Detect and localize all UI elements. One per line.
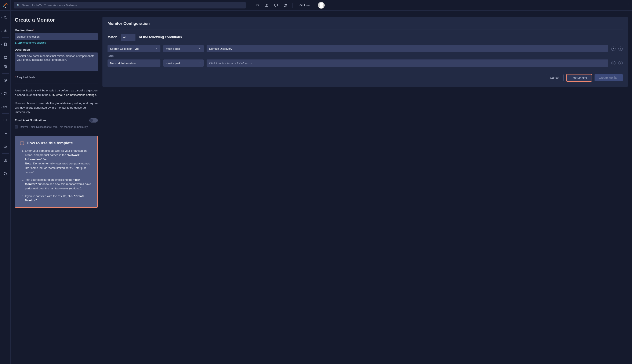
upload-icon[interactable]: [264, 2, 270, 8]
sidebar-item-scan[interactable]: ▸: [1, 14, 10, 22]
remove-condition-icon[interactable]: ✕: [611, 61, 616, 65]
description-input[interactable]: Monitor new domain names that mimic, men…: [15, 52, 98, 71]
config-title: Monitor Configuration: [108, 21, 623, 26]
topbar: 🔍 Gti User ⌄: [0, 0, 632, 10]
dtm-settings-link[interactable]: DTM email alert notifications settings: [49, 93, 96, 96]
sidebar-item-radar[interactable]: ▸: [1, 103, 10, 111]
help-step-1: Enter your domains, as well as your orga…: [25, 149, 93, 174]
condition-op-select[interactable]: must equal: [164, 45, 204, 52]
condition-op-select[interactable]: must equal: [164, 60, 204, 67]
sidebar-item-docs[interactable]: ▸: [1, 40, 10, 48]
template-help-box: ! How to use this template Enter your do…: [15, 136, 98, 208]
svg-rect-10: [4, 66, 6, 68]
condition-row: Network Information must equal ✕ ＋: [108, 60, 623, 67]
sidebar-item-lock[interactable]: [1, 76, 10, 84]
monitor-name-label: Monitor Name*: [15, 29, 98, 32]
svg-rect-15: [4, 119, 7, 121]
create-monitor-button[interactable]: Create Monitor: [594, 74, 623, 81]
test-monitor-highlight: Test Monitor: [566, 74, 592, 82]
chevron-down-icon: ⌄: [627, 2, 630, 5]
and-conjunction: AND: [108, 55, 623, 57]
condition-value-input-wrap: [206, 60, 608, 67]
help-icon[interactable]: [282, 2, 288, 8]
cancel-button[interactable]: Cancel: [546, 74, 564, 81]
test-monitor-button[interactable]: Test Monitor: [567, 75, 591, 81]
sidebar-item-library[interactable]: [1, 156, 10, 164]
condition-field-select[interactable]: Network Information: [108, 60, 160, 67]
email-alert-toggle-label: Email Alert Notifications: [15, 119, 46, 122]
deliver-immediately-checkbox[interactable]: [15, 126, 18, 128]
svg-point-0: [4, 4, 6, 6]
divider: [250, 3, 250, 8]
match-mode-select[interactable]: all: [121, 34, 136, 41]
description-label: Description: [15, 48, 98, 51]
sidebar-item-dashboard[interactable]: [1, 116, 10, 124]
chevron-down-icon: ⌄: [312, 4, 315, 7]
svg-point-9: [6, 58, 6, 59]
match-pre-label: Match: [108, 35, 117, 39]
app-logo[interactable]: [0, 0, 10, 10]
warning-icon: !: [20, 141, 24, 145]
sidebar-item-target[interactable]: [1, 63, 10, 71]
sidebar-item-support[interactable]: [1, 170, 10, 178]
svg-point-7: [6, 56, 6, 57]
required-fields-note: *Required fields: [15, 76, 98, 79]
svg-point-5: [5, 30, 6, 32]
page-title: Create a Monitor: [15, 17, 98, 23]
search-icon: 🔍: [16, 4, 20, 7]
svg-rect-19: [4, 174, 4, 175]
global-search-input[interactable]: [22, 4, 243, 7]
svg-rect-1: [274, 4, 278, 6]
svg-rect-20: [6, 174, 6, 175]
svg-point-3: [285, 6, 286, 6]
avatar: [318, 2, 325, 9]
divider: [15, 84, 98, 84]
svg-point-4: [4, 16, 6, 18]
sidebar-item-sync[interactable]: ▸: [1, 90, 10, 98]
email-alert-toggle[interactable]: [89, 118, 98, 122]
global-search[interactable]: 🔍: [14, 2, 246, 8]
svg-point-14: [5, 107, 6, 107]
help-title: How to use this template: [27, 141, 73, 146]
monitor-configuration-panel: Monitor Configuration Match all of the f…: [102, 17, 628, 87]
user-menu[interactable]: Gti User ⌄: [300, 2, 325, 9]
cloud-icon[interactable]: [254, 2, 260, 8]
divider: [108, 29, 623, 30]
add-condition-icon[interactable]: ＋: [618, 46, 623, 51]
condition-value-select[interactable]: Domain Discovery ⌄: [206, 45, 608, 52]
condition-value-input[interactable]: [209, 62, 606, 65]
sidebar-item-keys[interactable]: [1, 130, 10, 138]
svg-point-6: [4, 56, 5, 57]
user-name: Gti User: [300, 4, 310, 7]
override-paragraph: You can choose to override the global de…: [15, 101, 98, 114]
comment-icon[interactable]: [273, 2, 279, 8]
monitor-name-input[interactable]: [15, 33, 98, 40]
help-step-3: If you're satisfied with the results, cl…: [25, 194, 93, 203]
sidebar-item-config[interactable]: ▸: [1, 27, 10, 35]
svg-point-16: [4, 133, 5, 134]
sidebar-item-graph[interactable]: [1, 54, 10, 62]
alert-default-paragraph: Alert notifications will be emailed by d…: [15, 88, 98, 97]
divider: [292, 3, 293, 8]
main-content: Create a Monitor Monitor Name* 17/256 ch…: [10, 10, 632, 364]
condition-field-select[interactable]: Search Collection Type: [108, 45, 160, 52]
remove-condition-icon[interactable]: ✕: [611, 46, 616, 51]
add-condition-icon[interactable]: ＋: [618, 61, 623, 65]
help-step-2: Test your configuration by clicking the …: [25, 178, 93, 191]
condition-row: Search Collection Type must equal Domain…: [108, 45, 623, 52]
sidebar: ▸ ▸ ▸ ▸ ▸: [0, 10, 10, 364]
deliver-immediately-label: Deliver Email Notifications From This Mo…: [20, 126, 88, 128]
match-post-label: of the following conditions: [139, 35, 182, 39]
svg-point-12: [4, 79, 6, 82]
svg-point-11: [5, 66, 6, 68]
svg-point-13: [5, 80, 6, 81]
sidebar-item-device[interactable]: [1, 143, 10, 151]
svg-point-8: [4, 58, 5, 59]
name-char-count: 17/256 characters allowed: [15, 41, 98, 44]
